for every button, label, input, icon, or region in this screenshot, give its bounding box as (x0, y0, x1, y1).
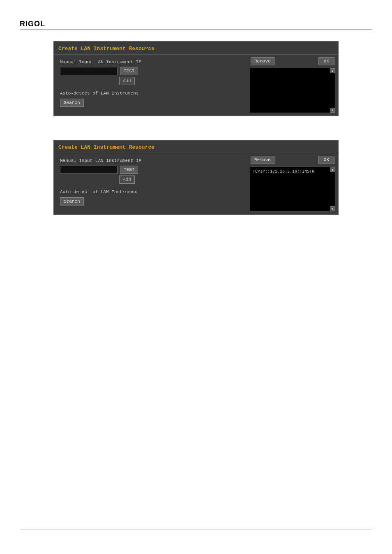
manual-input-label: Manual Input LAN Instrument IP (60, 60, 241, 65)
dialog-1-titlebar: Create LAN Instrument Resource (54, 42, 338, 55)
resource-list-1[interactable]: ▲ ▼ (250, 68, 335, 113)
dialog-2: Create LAN Instrument Resource Manual In… (53, 140, 339, 215)
scrollbar-up-2[interactable]: ▲ (330, 167, 335, 172)
dialog-2-left-panel: Manual Input LAN Instrument IP TEST Add … (54, 153, 247, 214)
search-btn-row: Search (60, 98, 241, 107)
dialog-2-right-panel: Remove OK TCPIP::172.16.3.16::INSTR ▲ ▼ (247, 153, 338, 214)
brand-label: RIGOL (20, 20, 45, 28)
dialog-2-right-header: Remove OK (247, 153, 338, 166)
remove-button-2[interactable]: Remove (251, 156, 274, 164)
dialog-1-right-header: Remove OK (247, 55, 338, 68)
scrollbar-down-2[interactable]: ▼ (330, 206, 335, 211)
dialog-2-titlebar: Create LAN Instrument Resource (54, 141, 338, 153)
ip-input-row-2: TEST (60, 166, 241, 174)
search-button-2[interactable]: Search (60, 197, 84, 205)
dialog-1-right-panel: Remove OK ▲ ▼ (247, 55, 338, 115)
resource-list-2[interactable]: TCPIP::172.16.3.16::INSTR ▲ ▼ (250, 166, 335, 212)
add-button[interactable]: Add (119, 77, 135, 85)
remove-button-1[interactable]: Remove (251, 57, 274, 65)
dialog-1-body: Manual Input LAN Instrument IP TEST Add … (54, 55, 338, 115)
ip-input-field[interactable] (60, 67, 118, 75)
ok-button-2[interactable]: OK (318, 156, 334, 164)
list-item-1[interactable]: TCPIP::172.16.3.16::INSTR (252, 169, 333, 175)
add-btn-row-2: Add (60, 175, 241, 184)
scrollbar-up-1[interactable]: ▲ (330, 68, 335, 73)
dialog-2-body: Manual Input LAN Instrument IP TEST Add … (54, 153, 338, 214)
dialog-1: Create LAN Instrument Resource Manual In… (53, 41, 339, 116)
test-button[interactable]: TEST (120, 67, 138, 75)
search-btn-row-2: Search (60, 197, 241, 205)
add-button-2[interactable]: Add (119, 175, 135, 184)
footer-divider (20, 529, 372, 529)
test-button-2[interactable]: TEST (120, 166, 138, 174)
auto-detect-label: Auto-detect of LAN Instrument (60, 91, 241, 96)
search-button-1[interactable]: Search (60, 99, 84, 107)
scrollbar-down-1[interactable]: ▼ (330, 108, 335, 113)
add-btn-row: Add (60, 77, 241, 85)
header-divider (20, 30, 372, 30)
manual-input-label-2: Manual Input LAN Instrument IP (60, 158, 241, 163)
ok-button-1[interactable]: OK (318, 57, 334, 65)
dialog-1-left-panel: Manual Input LAN Instrument IP TEST Add … (54, 55, 247, 115)
ip-input-field-2[interactable] (60, 166, 118, 174)
dialog-1-container: Create LAN Instrument Resource Manual In… (53, 41, 339, 116)
auto-detect-label-2: Auto-detect of LAN Instrument (60, 189, 241, 194)
dialog-2-title: Create LAN Instrument Resource (58, 144, 154, 150)
dialog-1-title: Create LAN Instrument Resource (58, 46, 154, 52)
ip-input-row: TEST (60, 67, 241, 75)
dialog-2-container: Create LAN Instrument Resource Manual In… (53, 140, 339, 215)
